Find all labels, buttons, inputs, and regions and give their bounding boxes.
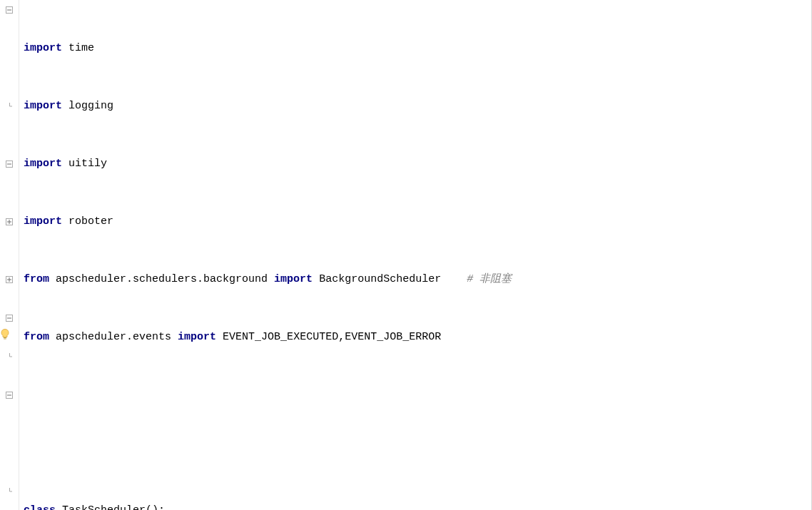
fold-expand-icon[interactable] <box>5 218 14 226</box>
code-line[interactable]: class TaskScheduler(): <box>22 501 811 510</box>
module-name: uitily <box>68 154 107 173</box>
gutter <box>0 0 19 510</box>
keyword: import <box>24 154 62 173</box>
code-line[interactable]: import uitily <box>22 154 811 173</box>
fold-expand-icon[interactable] <box>5 275 14 284</box>
fold-collapse-icon[interactable] <box>5 391 14 399</box>
keyword: import <box>24 39 62 58</box>
bulb-icon[interactable] <box>1 327 9 347</box>
keyword: import <box>24 96 62 116</box>
fold-close-icon[interactable] <box>5 352 14 361</box>
fold-collapse-icon[interactable] <box>5 6 14 14</box>
code-line[interactable]: import logging <box>22 96 811 116</box>
keyword: from <box>24 270 49 289</box>
keyword: class <box>24 501 56 510</box>
class-name: BackgroundScheduler <box>319 270 441 289</box>
package-path: apscheduler.schedulers.background <box>56 270 268 289</box>
package-path: apscheduler.events <box>56 327 171 347</box>
fold-collapse-icon[interactable] <box>5 160 14 168</box>
module-name: time <box>68 39 94 58</box>
keyword: import <box>24 212 62 231</box>
imported-names: EVENT_JOB_EXECUTED,EVENT_JOB_ERROR <box>223 327 441 347</box>
fold-close-icon[interactable] <box>5 102 14 111</box>
module-name: logging <box>68 96 113 116</box>
module-name: roboter <box>68 212 113 231</box>
code-line[interactable]: from apscheduler.schedulers.background i… <box>22 270 811 289</box>
code-area[interactable]: import time import logging import uitily… <box>19 0 811 510</box>
code-line[interactable] <box>22 443 811 462</box>
keyword: import <box>178 327 216 347</box>
comment: # 非阻塞 <box>467 270 512 289</box>
code-line[interactable] <box>22 385 811 404</box>
code-line[interactable]: import roboter <box>22 212 811 231</box>
svg-rect-15 <box>4 338 6 339</box>
punctuation: (): <box>146 501 165 510</box>
code-line[interactable]: from apscheduler.events import EVENT_JOB… <box>22 327 811 347</box>
fold-close-icon[interactable] <box>5 487 14 496</box>
svg-rect-14 <box>4 337 6 338</box>
keyword: import <box>274 270 313 289</box>
code-editor[interactable]: import time import logging import uitily… <box>0 0 812 510</box>
code-line[interactable]: import time <box>22 39 811 58</box>
class-name: TaskScheduler <box>62 501 146 511</box>
fold-collapse-icon[interactable] <box>5 314 14 322</box>
keyword: from <box>24 327 49 347</box>
